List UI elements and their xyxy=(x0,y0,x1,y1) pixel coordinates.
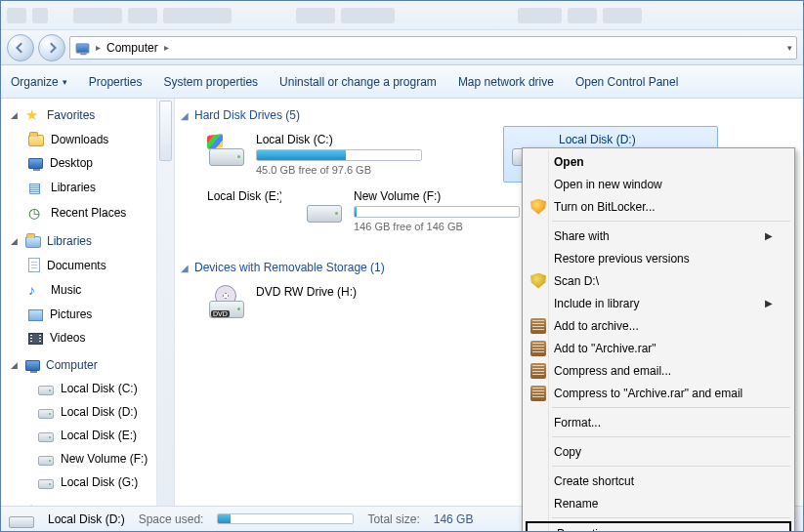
ctx-open-new-window[interactable]: Open in new window xyxy=(525,173,792,195)
space-used-bar xyxy=(217,513,354,524)
desktop-icon xyxy=(28,158,43,169)
address-dropdown-icon[interactable]: ▾ xyxy=(787,43,792,53)
breadcrumb-computer[interactable]: Computer xyxy=(106,41,158,55)
sidebar-item-drive-f[interactable]: New Volume (F:) xyxy=(9,449,152,469)
star-icon: ★ xyxy=(25,107,41,123)
toolbar: Organize Properties System properties Un… xyxy=(1,65,803,99)
sidebar-item-drive-d[interactable]: Local Disk (D:) xyxy=(9,402,152,422)
drive-c[interactable]: Local Disk (C:) 45.0 GB free of 97.6 GB xyxy=(200,126,493,183)
drive-e[interactable]: Local Disk (E:) xyxy=(200,183,288,251)
dvd-drive-icon: DVD xyxy=(207,289,246,318)
section-hard-disk-drives[interactable]: ◢ Hard Disk Drives (5) xyxy=(181,104,803,126)
drive-title: Local Disk (D:) xyxy=(559,133,711,146)
map-drive-button[interactable]: Map network drive xyxy=(458,75,554,89)
menu-separator xyxy=(552,436,790,437)
sidebar-item-drive-c[interactable]: Local Disk (C:) xyxy=(9,379,152,398)
document-icon xyxy=(28,258,40,272)
ctx-restore-versions[interactable]: Restore previous versions xyxy=(525,247,792,269)
system-properties-button[interactable]: System properties xyxy=(163,75,258,89)
computer-icon xyxy=(74,40,90,56)
archive-icon xyxy=(529,362,547,380)
collapse-icon: ◢ xyxy=(181,110,189,121)
sidebar-item-drive-e[interactable]: Local Disk (E:) xyxy=(9,426,152,445)
sidebar-item-documents[interactable]: Documents xyxy=(9,255,152,275)
window-titlebar xyxy=(1,1,803,30)
sidebar-item-music[interactable]: ♪Music xyxy=(9,279,152,301)
status-selected: Local Disk (D:) xyxy=(48,512,125,526)
archive-icon xyxy=(529,317,547,335)
control-panel-button[interactable]: Open Control Panel xyxy=(575,75,678,89)
total-size-label: Total size: xyxy=(367,512,419,526)
music-icon: ♪ xyxy=(28,282,44,298)
sidebar-scrollbar[interactable] xyxy=(157,99,175,508)
ctx-format[interactable]: Format... xyxy=(525,411,792,433)
sidebar-item-libraries[interactable]: ▤Libraries xyxy=(9,177,152,198)
picture-icon xyxy=(28,309,43,321)
properties-button[interactable]: Properties xyxy=(89,75,143,89)
ctx-copy[interactable]: Copy xyxy=(525,440,792,463)
context-menu: Open Open in new window Turn on BitLocke… xyxy=(522,147,795,532)
total-size-value: 146 GB xyxy=(434,512,474,526)
ctx-share-with[interactable]: Share with▶ xyxy=(525,225,792,247)
drive-free-text: 45.0 GB free of 97.6 GB xyxy=(256,164,487,176)
archive-icon xyxy=(529,385,547,402)
menu-separator xyxy=(552,221,790,222)
collapse-icon: ◢ xyxy=(11,360,20,370)
libraries-icon xyxy=(25,236,41,248)
drive-icon xyxy=(38,479,54,489)
ctx-compress-rar-email[interactable]: Compress to "Archive.rar" and email xyxy=(525,382,792,404)
ctx-compress-email[interactable]: Compress and email... xyxy=(525,359,792,382)
menu-separator xyxy=(552,407,790,408)
sidebar-item-drive-g[interactable]: Local Disk (G:) xyxy=(9,472,152,492)
collapse-icon: ◢ xyxy=(11,236,20,246)
ctx-rename[interactable]: Rename xyxy=(525,492,792,514)
sidebar-item-pictures[interactable]: Pictures xyxy=(9,305,152,324)
ctx-add-archive[interactable]: Add to archive... xyxy=(525,314,792,337)
collapse-icon: ◢ xyxy=(11,110,20,120)
chevron-right-icon: ▸ xyxy=(164,42,169,53)
computer-group[interactable]: ◢ Computer xyxy=(9,355,152,375)
collapse-icon: ◢ xyxy=(181,263,189,273)
libraries-group[interactable]: ◢ Libraries xyxy=(9,231,152,251)
drive-icon xyxy=(9,511,34,528)
space-bar xyxy=(354,206,520,218)
ctx-bitlocker[interactable]: Turn on BitLocker... xyxy=(525,195,792,218)
archive-icon xyxy=(529,340,547,357)
drive-icon xyxy=(38,432,54,442)
sidebar-item-videos[interactable]: Videos xyxy=(9,328,152,348)
menu-separator xyxy=(552,466,790,467)
forward-button[interactable] xyxy=(38,34,65,61)
computer-icon xyxy=(25,360,40,371)
space-bar xyxy=(256,149,422,161)
sidebar-item-recent[interactable]: ◷Recent Places xyxy=(9,202,152,224)
chevron-right-icon: ▸ xyxy=(96,42,101,53)
recent-icon: ◷ xyxy=(28,205,44,221)
nav-row: ▸ Computer ▸ ▾ xyxy=(1,30,803,65)
ctx-create-shortcut[interactable]: Create shortcut xyxy=(525,470,792,492)
organize-menu[interactable]: Organize xyxy=(11,75,67,89)
folder-icon xyxy=(28,135,44,146)
drive-title: Local Disk (C:) xyxy=(256,133,487,146)
sidebar-item-desktop[interactable]: Desktop xyxy=(9,153,152,173)
drive-icon xyxy=(38,386,54,395)
ctx-open[interactable]: Open xyxy=(525,150,792,173)
ctx-include-library[interactable]: Include in library▶ xyxy=(525,292,792,314)
ctx-add-rar[interactable]: Add to "Archive.rar" xyxy=(525,337,792,359)
navigation-pane: ◢ ★ Favorites Downloads Desktop ▤Librari… xyxy=(1,99,157,508)
submenu-arrow-icon: ▶ xyxy=(765,230,773,241)
address-bar[interactable]: ▸ Computer ▸ ▾ xyxy=(69,36,797,60)
ctx-scan[interactable]: Scan D:\ xyxy=(525,269,792,292)
sidebar-item-downloads[interactable]: Downloads xyxy=(9,130,152,149)
uninstall-button[interactable]: Uninstall or change a program xyxy=(279,75,437,89)
space-used-label: Space used: xyxy=(139,512,204,526)
shield-icon xyxy=(529,272,547,290)
drive-icon xyxy=(38,409,54,419)
video-icon xyxy=(28,333,43,345)
drive-title: Local Disk (E:) xyxy=(207,189,281,203)
favorites-group[interactable]: ◢ ★ Favorites xyxy=(9,104,152,126)
drive-dvd[interactable]: DVD DVD RW Drive (H:) xyxy=(200,278,493,325)
ctx-properties[interactable]: Properties xyxy=(526,521,791,532)
back-button[interactable] xyxy=(7,34,34,61)
drive-icon xyxy=(38,456,54,466)
shield-icon xyxy=(529,198,547,216)
